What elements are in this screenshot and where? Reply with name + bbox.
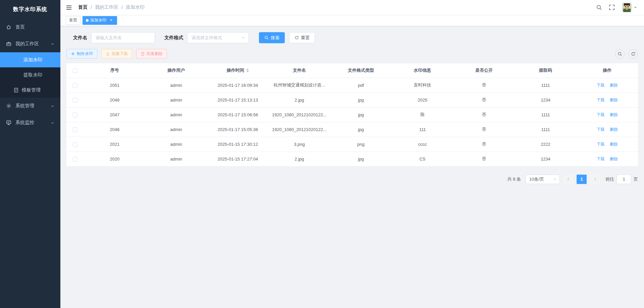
chevron-down-icon [51, 121, 54, 125]
format-select[interactable]: 请选择文件格式 [187, 32, 249, 43]
tab-home[interactable]: 首页 [66, 16, 80, 25]
cell-user: admin [146, 122, 207, 137]
download-icon [106, 52, 110, 56]
briefcase-icon [6, 41, 11, 47]
toolbar-right [615, 49, 638, 59]
toggle-search-button[interactable] [615, 49, 625, 59]
column-header-code: 提取码 [515, 63, 577, 78]
select-all-checkbox[interactable] [73, 68, 77, 73]
sidebar-item-workspace[interactable]: 我的工作区 [0, 36, 60, 52]
sidebar-item-label: 模板管理 [22, 87, 41, 93]
batch-download-button[interactable]: 批量下载 [101, 49, 132, 59]
create-watermark-button[interactable]: 制作水印 [66, 49, 97, 59]
column-header-filename: 文件名 [269, 63, 330, 78]
column-header-seq: 序号 [84, 63, 146, 78]
delete-link[interactable]: 删除 [610, 83, 618, 87]
tab-add-watermark[interactable]: 添加水印 × [83, 16, 117, 25]
download-link[interactable]: 下载 [596, 112, 604, 117]
download-link[interactable]: 下载 [596, 98, 604, 102]
search-icon [264, 36, 269, 40]
delete-link[interactable]: 删除 [610, 98, 618, 102]
column-header-actions: 操作 [576, 63, 638, 78]
fullscreen-icon[interactable] [609, 4, 615, 10]
hamburger-icon[interactable] [66, 4, 72, 11]
format-select-placeholder: 请选择文件格式 [192, 35, 222, 41]
sidebar: 数字水印系统 首页 我的工作区 添加水印 [0, 0, 60, 308]
table-body: 2051 admin 2025-01-17 16:09:34 杭州智城交通规划设… [66, 78, 638, 166]
goto-page-input[interactable] [616, 175, 631, 184]
chevron-down-icon [553, 177, 557, 181]
cell-code: 1234 [515, 93, 577, 107]
download-link[interactable]: 下载 [596, 83, 604, 87]
table-row: 2021 admin 2025-01-15 17:30:12 3.png png… [66, 137, 638, 151]
sort-caret-icon[interactable] [246, 68, 249, 72]
page-number-1[interactable]: 1 [577, 175, 587, 184]
cell-watermark: 2025 [392, 93, 453, 107]
page-size-value: 10条/页 [529, 176, 544, 182]
row-checkbox[interactable] [73, 127, 77, 132]
goto-prefix: 前往 [605, 176, 614, 182]
goto-suffix: 页 [634, 176, 638, 182]
row-checkbox[interactable] [73, 113, 77, 117]
sidebar-item-label: 添加水印 [23, 57, 42, 63]
sidebar-item-home[interactable]: 首页 [0, 19, 60, 36]
cell-watermark: cccc [392, 137, 453, 151]
download-link[interactable]: 下载 [596, 142, 604, 146]
breadcrumb-separator: / [91, 5, 92, 10]
reset-button[interactable]: 重置 [289, 32, 315, 43]
page-size-select[interactable]: 10条/页 [526, 175, 560, 184]
row-checkbox[interactable] [73, 157, 77, 162]
table-row: 2047 admin 2025-01-17 15:06:56 1920_1080… [66, 107, 638, 122]
delete-link[interactable]: 删除 [610, 142, 618, 146]
search-icon [618, 52, 622, 56]
cell-public: 否 [453, 151, 515, 166]
cell-format: pdf [330, 78, 392, 93]
cell-code: 2222 [515, 137, 577, 151]
batch-delete-button[interactable]: 批量删除 [136, 49, 167, 59]
tab-label: 添加水印 [90, 17, 106, 23]
top-navbar: 首页 / 我的工作区 / 添加水印 [60, 0, 644, 15]
next-page-button[interactable] [590, 175, 600, 184]
column-header-watermark: 水印信息 [392, 63, 453, 78]
sidebar-item-system-manage[interactable]: 系统管理 [0, 98, 60, 114]
trash-icon [141, 52, 145, 56]
breadcrumb-home[interactable]: 首页 [78, 4, 88, 10]
sidebar-item-label: 系统管理 [15, 103, 34, 109]
user-menu[interactable] [622, 3, 637, 12]
cell-watermark: 111 [392, 122, 453, 137]
row-checkbox[interactable] [73, 98, 77, 103]
delete-link[interactable]: 删除 [610, 157, 618, 161]
delete-link[interactable]: 删除 [610, 127, 618, 132]
watermark-table: 序号 操作用户 操作时间 文件名 [66, 63, 638, 167]
cell-seq: 2020 [84, 151, 146, 166]
cell-user: admin [146, 137, 207, 151]
sidebar-item-add-watermark[interactable]: 添加水印 [0, 52, 60, 67]
row-checkbox[interactable] [73, 83, 77, 88]
download-link[interactable]: 下载 [596, 127, 604, 132]
close-icon[interactable]: × [109, 18, 114, 23]
cell-seq: 2046 [84, 122, 146, 137]
search-icon[interactable] [596, 4, 602, 10]
filename-input[interactable] [91, 32, 155, 43]
search-button[interactable]: 搜索 [259, 32, 285, 43]
delete-link[interactable]: 删除 [610, 112, 618, 117]
table-row: 2020 admin 2025-01-15 17:27:04 2.jpg jpg… [66, 151, 638, 166]
sidebar-item-extract-watermark[interactable]: 提取水印 [0, 67, 60, 82]
page-content: 文件名 文件格式 请选择文件格式 搜索 [60, 26, 644, 308]
download-link[interactable]: 下载 [596, 157, 604, 161]
column-header-time[interactable]: 操作时间 [207, 63, 269, 78]
monitor-icon [6, 120, 11, 125]
cell-filename: 杭州智城交通规划设计咨... [269, 78, 330, 93]
table-header: 序号 操作用户 操作时间 文件名 [66, 63, 638, 78]
refresh-table-button[interactable] [629, 49, 638, 59]
sidebar-item-template-manage[interactable]: 模板管理 [0, 82, 60, 98]
cell-watermark: CS [392, 151, 453, 166]
chevron-up-icon [51, 42, 54, 46]
filename-label: 文件名 [73, 35, 87, 41]
row-checkbox[interactable] [73, 142, 77, 147]
cell-format: png [330, 137, 392, 151]
sidebar-item-system-monitor[interactable]: 系统监控 [0, 114, 60, 131]
breadcrumb-workspace[interactable]: 我的工作区 [95, 4, 118, 10]
prev-page-button[interactable] [563, 175, 573, 184]
active-tab-dot [86, 19, 89, 22]
